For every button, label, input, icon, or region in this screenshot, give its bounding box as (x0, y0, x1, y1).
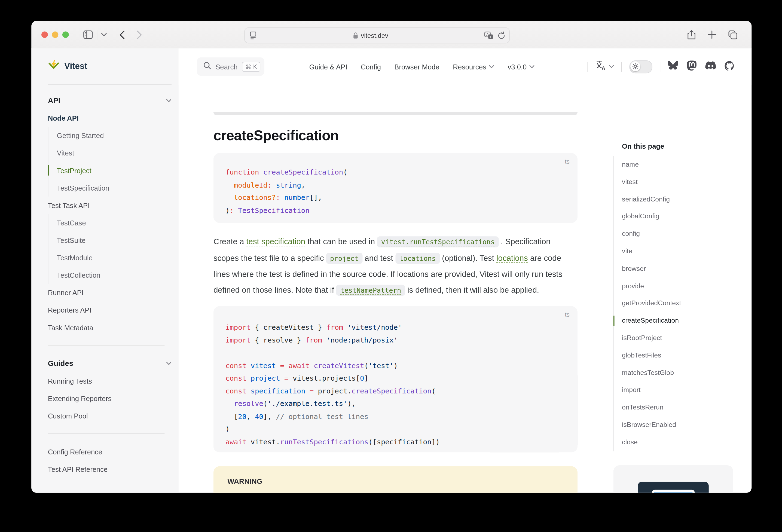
inline-code: project (326, 253, 363, 263)
outline-item-globalconfig[interactable]: globalConfig (614, 208, 738, 226)
close-window-button[interactable] (41, 31, 48, 38)
url-text[interactable]: vitest.dev (361, 32, 388, 39)
sidebar-item-extending-reporters[interactable]: Extending Reporters (48, 390, 172, 407)
previous-code-block-edge (213, 112, 577, 115)
sidebar-item-running-tests[interactable]: Running Tests (48, 372, 172, 389)
sidebar-item-node-api[interactable]: Node API (48, 109, 172, 127)
top-navbar: Search ⌘ K Guide & APIConfigBrowser Mode… (179, 48, 752, 85)
code-line: import { resolve } from 'node:path/posix… (225, 334, 566, 347)
site-logo[interactable]: Vitest (31, 48, 178, 84)
link-test-specification[interactable]: test specification (246, 238, 305, 246)
page-content: Vitest APINode APIGetting StartedVitestT… (31, 48, 751, 493)
outline-item-matchestestglob[interactable]: matchesTestGlob (614, 364, 738, 382)
back-button-icon[interactable] (119, 30, 125, 39)
text: and test (362, 253, 395, 262)
bluesky-icon[interactable] (668, 61, 678, 72)
outline-item-globtestfiles[interactable]: globTestFiles (614, 347, 738, 364)
discord-icon[interactable] (705, 61, 716, 72)
github-icon[interactable] (724, 61, 735, 73)
code-line (225, 347, 566, 359)
nav-link-guide-api[interactable]: Guide & API (309, 63, 348, 71)
sidebar-toggle-icon[interactable] (83, 31, 93, 39)
desktop: vitest.dev Ax (0, 0, 782, 532)
sidebar-group-guides[interactable]: Guides (48, 354, 172, 372)
sidebar-item-test-api-reference[interactable]: Test API Reference (48, 460, 172, 478)
outline-item-ontestsrerun[interactable]: onTestsRerun (614, 399, 738, 417)
signature-code-block[interactable]: ts function createSpecification( moduleI… (213, 153, 577, 223)
nav-link-config[interactable]: Config (361, 63, 381, 71)
theme-toggle[interactable] (630, 60, 652, 73)
outline-item-import[interactable]: import (614, 382, 738, 399)
sidebar-group-api[interactable]: API (48, 92, 172, 109)
sidebar-item-reporters-api[interactable]: Reporters API (48, 301, 172, 319)
sidebar-item-testmodule[interactable]: TestModule (57, 249, 172, 266)
inline-code-link-vitest-runtestspecifications[interactable]: vitest.runTestSpecifications (377, 236, 499, 247)
outline-item-provide[interactable]: provide (614, 277, 738, 295)
sidebar-item-testsuite[interactable]: TestSuite (57, 232, 172, 249)
forward-button-icon[interactable] (137, 30, 142, 39)
outline-item-vite[interactable]: vite (614, 243, 738, 260)
sidebar-item-vitest[interactable]: Vitest (57, 144, 172, 162)
chevron-down-icon[interactable] (101, 33, 107, 36)
inline-code-link-testnamepattern[interactable]: testNamePattern (336, 285, 405, 295)
warning-title: WARNING (227, 476, 564, 486)
sponsor-card[interactable]: </> (613, 465, 733, 493)
sidebar-item-runner-api[interactable]: Runner API (48, 284, 172, 301)
outline-item-config[interactable]: config (614, 225, 738, 243)
code-language-badge: ts (565, 311, 570, 318)
sidebar-item-custom-pool[interactable]: Custom Pool (48, 407, 172, 424)
browser-chrome: vitest.dev Ax (31, 21, 751, 49)
sidebar-item-testproject[interactable]: TestProject (57, 162, 172, 179)
search-shortcut: ⌘ K (242, 62, 260, 72)
example-code-block[interactable]: ts import { createVitest } from 'vitest/… (213, 306, 577, 453)
sidebar-item-task-metadata[interactable]: Task Metadata (48, 319, 172, 336)
search-button[interactable]: Search ⌘ K (197, 58, 264, 76)
translate-language-icon: A (596, 61, 606, 72)
svg-text:A: A (602, 65, 605, 70)
outline-item-isbrowserenabled[interactable]: isBrowserEnabled (614, 416, 738, 434)
outline-item-vitest[interactable]: vitest (614, 173, 738, 191)
new-tab-icon[interactable] (708, 31, 716, 39)
sidebar-item-config-reference[interactable]: Config Reference (48, 443, 172, 460)
sidebar-item-test-task-api[interactable]: Test Task API (48, 197, 172, 214)
outline-item-name[interactable]: name (614, 156, 738, 173)
code-line: locations?: number[], (225, 191, 566, 204)
nav-link-v3-0-0[interactable]: v3.0.0 (507, 63, 534, 71)
chevron-down-icon (609, 65, 614, 68)
navbar-divider (588, 62, 588, 72)
link-locations[interactable]: locations (496, 253, 528, 262)
outline-item-getprovidedcontext[interactable]: getProvidedContext (614, 295, 738, 312)
language-menu[interactable]: A (596, 61, 614, 72)
outline-item-isrootproject[interactable]: isRootProject (614, 330, 738, 347)
sidebar-item-testspecification[interactable]: TestSpecification (57, 179, 172, 197)
search-icon (203, 62, 211, 71)
nav-link-browser-mode[interactable]: Browser Mode (394, 63, 439, 71)
sidebar-item-testcase[interactable]: TestCase (57, 214, 172, 232)
translate-icon[interactable]: Ax (485, 31, 494, 39)
code-line: const project = vitest.projects[0] (225, 372, 566, 385)
outline-item-serializedconfig[interactable]: serializedConfig (614, 191, 738, 208)
reload-icon[interactable] (498, 31, 505, 39)
share-icon[interactable] (687, 30, 696, 40)
address-bar[interactable]: vitest.dev Ax (244, 28, 509, 43)
on-this-page: On this page namevitestserializedConfigg… (613, 141, 738, 451)
sidebar: Vitest APINode APIGetting StartedVitestT… (31, 48, 178, 493)
reader-view-icon[interactable] (249, 31, 257, 39)
navbar-right: A (588, 48, 735, 85)
sidebar-item-testcollection[interactable]: TestCollection (57, 266, 172, 284)
doc-content: createSpecification ts function createSp… (213, 112, 577, 493)
code-language-badge: ts (565, 158, 570, 165)
nav-link-resources[interactable]: Resources (453, 63, 494, 71)
mastodon-icon[interactable] (687, 61, 697, 73)
outline-item-close[interactable]: close (614, 434, 738, 451)
code-line: function createSpecification( (225, 166, 566, 179)
code-review-illustration: </> (638, 482, 709, 493)
tab-overview-icon[interactable] (728, 30, 738, 39)
sidebar-item-getting-started[interactable]: Getting Started (57, 127, 172, 144)
zoom-window-button[interactable] (62, 31, 69, 38)
minimize-window-button[interactable] (52, 31, 58, 38)
outline-item-createspecification[interactable]: createSpecification (614, 312, 738, 330)
code-line: [20, 40], // optional test lines (225, 410, 566, 423)
text: Create a (213, 238, 246, 246)
outline-item-browser[interactable]: browser (614, 260, 738, 278)
